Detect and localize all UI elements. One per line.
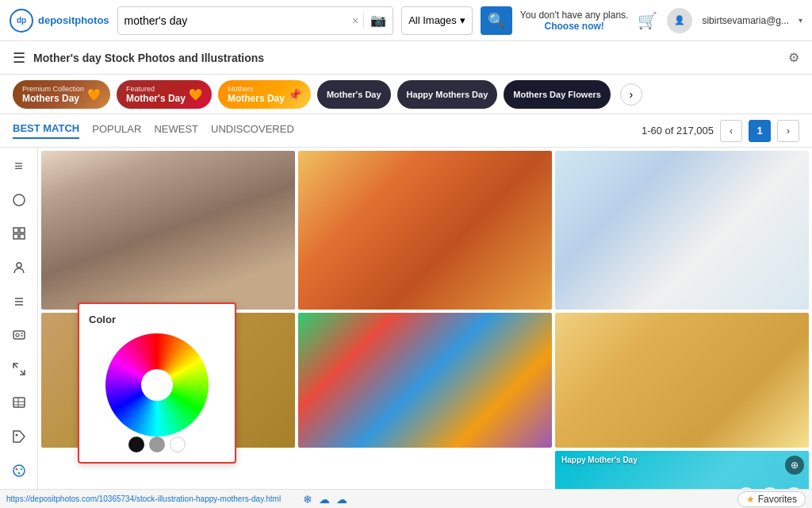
color-swatches <box>89 437 225 452</box>
sidebar-icon-circle[interactable] <box>6 190 32 211</box>
sort-bar: BEST MATCH POPULAR NEWEST UNDISCOVERED 1… <box>0 114 812 148</box>
plans-text[interactable]: You don't have any plans. Choose now! <box>520 10 629 32</box>
chip-emoji-1: 🧡 <box>87 88 101 101</box>
tab-best-match[interactable]: BEST MATCH <box>13 122 79 139</box>
chip-small-label-3: Mothers <box>228 85 285 93</box>
tab-undiscovered[interactable]: UNDISCOVERED <box>211 123 294 138</box>
tab-newest[interactable]: NEWEST <box>154 123 198 138</box>
sidebar-icon-table[interactable] <box>6 392 32 414</box>
chip-label-6: Mothers Day Flowers <box>513 90 601 99</box>
user-email: sibirtsevamaria@g... <box>702 15 789 26</box>
next-page-btn[interactable]: › <box>777 120 799 142</box>
cart-icon[interactable]: 🛒 <box>638 11 657 30</box>
collection-chip-featured[interactable]: Featured Mother's Day 🧡 <box>117 80 212 109</box>
image-7[interactable]: Happy Mother's Day ⊕ 🛒 ★ ⊞ <box>555 451 809 489</box>
svg-point-5 <box>17 263 21 267</box>
avatar: 👤 <box>667 8 692 33</box>
sidebar-icon-color[interactable] <box>6 460 32 481</box>
header: dp depositphotos × 📷 All Images ▾ 🔍 You … <box>0 0 812 41</box>
swatch-white[interactable] <box>170 437 186 452</box>
chip-main-label-2: Mother's Day <box>126 93 186 104</box>
chip-main-label-3: Mothers Day <box>228 93 285 104</box>
svg-rect-3 <box>13 234 18 239</box>
chip-small-label-1: Premium Collection <box>22 85 84 93</box>
camera-icon[interactable]: 📷 <box>363 13 386 28</box>
grid-col-3: Happy Mother's Day ⊕ 🛒 ★ ⊞ <box>555 151 809 486</box>
image-grid: Color <box>38 148 812 489</box>
svg-rect-4 <box>20 234 25 239</box>
svg-point-0 <box>13 194 25 206</box>
collections-bar: Premium Collection Mothers Day 🧡 Feature… <box>0 75 812 114</box>
zoom-badge[interactable]: ⊕ <box>785 456 804 475</box>
image-1[interactable] <box>41 151 295 310</box>
search-input[interactable] <box>124 14 347 27</box>
current-page[interactable]: 1 <box>749 120 771 142</box>
chip-emoji-3: 📌 <box>288 88 301 101</box>
plans-link[interactable]: Choose now! <box>520 21 629 32</box>
filter-label: All Images <box>408 14 457 26</box>
header-right: You don't have any plans. Choose now! 🛒 … <box>520 8 802 33</box>
prev-page-btn[interactable]: ‹ <box>720 120 742 142</box>
decoration-2: ☁ <box>319 493 330 506</box>
svg-point-20 <box>13 465 25 476</box>
svg-point-22 <box>20 468 22 470</box>
collection-chip-happy[interactable]: Happy Mothers Day <box>397 80 498 109</box>
chip-main-label-1: Mothers Day <box>22 93 84 104</box>
search-bar: × 📷 <box>117 6 394 35</box>
collection-chip-mothers[interactable]: Mothers Mothers Day 📌 <box>218 80 311 109</box>
svg-point-23 <box>17 471 20 474</box>
svg-point-19 <box>15 434 17 437</box>
color-picker-overlay: Color <box>78 302 236 464</box>
color-wheel[interactable] <box>105 333 209 437</box>
image-5[interactable] <box>298 313 552 448</box>
sidebar-icon-list[interactable] <box>6 291 32 312</box>
filter-dropdown[interactable]: All Images ▾ <box>401 6 473 35</box>
sidebar-icon-grid[interactable] <box>6 223 32 244</box>
search-icon: 🔍 <box>488 12 505 29</box>
chip-label-5: Happy Mothers Day <box>407 90 488 99</box>
settings-icon[interactable]: ⚙ <box>788 50 799 65</box>
page-title: Mother's day Stock Photos and Illustrati… <box>33 52 264 64</box>
happy-card-label: Happy Mother's Day <box>561 456 638 464</box>
sidebar-icon-tag[interactable] <box>6 426 32 448</box>
sidebar-icon-person[interactable] <box>6 257 32 279</box>
sidebar-icon-filter[interactable]: ≡ <box>6 156 32 177</box>
svg-rect-2 <box>20 228 25 233</box>
collection-chip-plain[interactable]: Mother's Day <box>317 80 391 109</box>
logo-text: depositphotos <box>38 14 109 26</box>
favorites-label: Favorites <box>758 494 797 505</box>
svg-rect-15 <box>13 398 25 407</box>
user-dropdown-arrow[interactable]: ▾ <box>799 16 802 25</box>
color-picker-title: Color <box>89 314 225 325</box>
collection-chip-flowers[interactable]: Mothers Day Flowers <box>504 80 611 109</box>
favorites-button[interactable]: ★ Favorites <box>737 491 806 507</box>
swatch-black[interactable] <box>128 437 144 452</box>
image-2[interactable] <box>298 151 552 310</box>
search-button[interactable]: 🔍 <box>481 6 512 35</box>
main-content: ≡ Color <box>0 148 812 489</box>
tab-popular[interactable]: POPULAR <box>92 123 141 138</box>
collection-chip-premium[interactable]: Premium Collection Mothers Day 🧡 <box>13 80 110 109</box>
favorites-star-icon: ★ <box>746 494 755 505</box>
chip-emoji-2: 🧡 <box>189 88 202 101</box>
image-6[interactable] <box>555 313 809 448</box>
sub-header: ☰ Mother's day Stock Photos and Illustra… <box>0 41 812 75</box>
grid-col-2 <box>298 151 552 486</box>
decoration-1: ❄ <box>303 493 312 506</box>
swatch-gray[interactable] <box>149 437 165 452</box>
image-3[interactable] <box>555 151 809 310</box>
plans-line1: You don't have any plans. <box>520 10 629 21</box>
svg-rect-1 <box>13 228 18 233</box>
clear-icon[interactable]: × <box>352 14 358 27</box>
filter-dropdown-arrow: ▾ <box>460 14 465 26</box>
logo[interactable]: dp depositphotos <box>10 9 109 33</box>
url-text[interactable]: https://depositphotos.com/10365734/stock… <box>6 495 281 503</box>
collections-next-btn[interactable]: › <box>620 83 642 106</box>
chip-label-4: Mother's Day <box>327 90 381 99</box>
svg-point-21 <box>15 468 17 470</box>
sidebar: ≡ <box>0 148 38 489</box>
sidebar-icon-resize[interactable] <box>6 359 32 380</box>
hamburger-icon[interactable]: ☰ <box>13 49 25 67</box>
pagination-range: 1-60 of 217,005 <box>642 125 714 137</box>
sidebar-icon-id[interactable] <box>6 325 32 346</box>
